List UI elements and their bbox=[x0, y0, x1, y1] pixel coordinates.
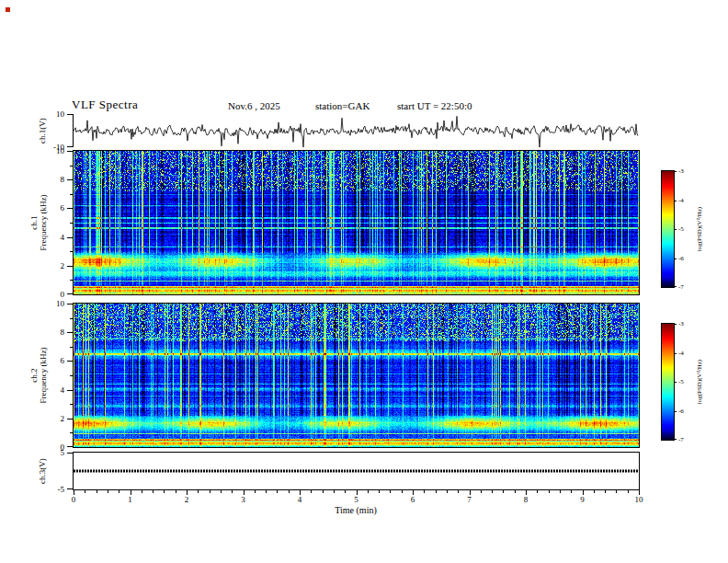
x-minor-tick bbox=[605, 490, 606, 493]
colorbar-tick bbox=[674, 439, 677, 440]
x-minor-tick bbox=[594, 490, 595, 493]
x-minor-tick bbox=[436, 490, 437, 493]
wave-tick bbox=[67, 146, 73, 147]
x-minor-tick bbox=[198, 490, 199, 493]
colorbar-tick-label: -5 bbox=[678, 378, 693, 385]
x-tick-label: 4 bbox=[290, 495, 309, 504]
ch1-channel-label: ch.1 bbox=[29, 194, 39, 250]
x-tick-label: 2 bbox=[177, 495, 196, 504]
ch2-frequency-axis-label: ch.2 Frequency (kHz) bbox=[29, 347, 48, 403]
x-minor-tick bbox=[85, 490, 85, 493]
colorbar-ch2-label: log(PSD)(V²/Hz) bbox=[695, 360, 704, 404]
freq-minor-tick bbox=[70, 280, 73, 281]
freq-tick-label: 4 bbox=[46, 233, 64, 242]
station-label: station=GAK bbox=[315, 100, 370, 111]
colorbar-tick bbox=[674, 259, 677, 259]
x-tick-label: 7 bbox=[461, 495, 479, 504]
colorbar-tick bbox=[674, 201, 677, 201]
ch1-spectrogram bbox=[73, 150, 640, 295]
x-minor-tick bbox=[424, 490, 425, 493]
x-minor-tick bbox=[323, 490, 324, 493]
colorbar-tick bbox=[674, 353, 677, 354]
colorbar-tick-label: -5 bbox=[678, 225, 693, 233]
colorbar-tick bbox=[674, 411, 677, 412]
colorbar-tick bbox=[674, 324, 677, 325]
x-tick-label: 1 bbox=[121, 495, 140, 504]
x-minor-tick bbox=[402, 490, 403, 493]
x-minor-tick bbox=[368, 490, 369, 493]
freq-minor-tick bbox=[70, 318, 73, 319]
x-minor-tick bbox=[108, 490, 108, 493]
ch1-frequency-axis-label: ch.1 Frequency (kHz) bbox=[29, 194, 48, 250]
freq-minor-tick bbox=[70, 223, 73, 224]
colorbar-ch1 bbox=[661, 170, 675, 288]
x-tick-label: 0 bbox=[64, 495, 83, 504]
x-minor-tick bbox=[628, 490, 629, 493]
x-minor-tick bbox=[390, 490, 391, 493]
ch2-channel-label: ch.2 bbox=[29, 347, 39, 403]
freq-tick bbox=[67, 237, 73, 238]
freq-minor-tick bbox=[70, 166, 73, 167]
x-tick-label: 8 bbox=[517, 495, 535, 504]
ch1-voltage-axis-label: ch.1(V) bbox=[38, 118, 47, 144]
x-minor-tick bbox=[153, 490, 154, 493]
ch1-waveform-axis-line bbox=[73, 114, 74, 147]
ch3-tick bbox=[67, 453, 73, 454]
x-tick-label: 6 bbox=[404, 495, 422, 504]
freq-tick-label: 2 bbox=[46, 261, 64, 270]
colorbar-tick bbox=[674, 171, 677, 172]
colorbar-tick-label: -6 bbox=[678, 255, 693, 262]
freq-tick bbox=[67, 179, 73, 180]
figure-title: VLF Spectra bbox=[72, 98, 138, 112]
x-minor-tick bbox=[515, 490, 516, 493]
freq-tick bbox=[67, 208, 73, 209]
x-minor-tick bbox=[458, 490, 459, 493]
ch3-tick-label: 5 bbox=[44, 448, 64, 457]
freq-tick-label: 8 bbox=[46, 327, 64, 337]
freq-minor-tick bbox=[70, 404, 73, 405]
freq-tick-label: 8 bbox=[46, 175, 64, 184]
freq-tick bbox=[67, 151, 73, 152]
colorbar-tick-label: -3 bbox=[678, 167, 693, 175]
freq-tick-label: 6 bbox=[46, 356, 64, 365]
freq-tick bbox=[67, 361, 73, 362]
x-minor-tick bbox=[221, 490, 222, 493]
colorbar-ch1-label: log(PSD)(V²/Hz) bbox=[695, 207, 704, 251]
ch3-tick bbox=[67, 488, 73, 489]
freq-tick-label: 4 bbox=[46, 385, 64, 395]
x-minor-tick bbox=[164, 490, 165, 493]
x-minor-tick bbox=[560, 490, 561, 493]
x-minor-tick bbox=[481, 490, 482, 493]
x-minor-tick bbox=[616, 490, 617, 493]
colorbar-tick bbox=[674, 229, 677, 230]
wave-tick-label: -10 bbox=[44, 143, 64, 152]
vlf-spectra-figure: VLF Spectra Nov.6 , 2025 station=GAK sta… bbox=[0, 0, 728, 563]
freq-tick bbox=[67, 390, 73, 391]
x-tick-label: 3 bbox=[234, 495, 253, 504]
corner-marker bbox=[6, 7, 10, 12]
x-minor-tick bbox=[447, 490, 448, 493]
x-minor-tick bbox=[379, 490, 380, 493]
ch3-voltage-axis-label: ch.3(V) bbox=[38, 458, 47, 484]
colorbar-ch2 bbox=[661, 323, 675, 441]
ch3-tick-label: -5 bbox=[44, 485, 64, 494]
freq-tick-label: 10 bbox=[46, 299, 64, 308]
x-minor-tick bbox=[97, 490, 97, 493]
x-minor-tick bbox=[311, 490, 312, 493]
freq-tick bbox=[67, 419, 73, 419]
colorbar-tick-label: -4 bbox=[678, 350, 693, 357]
x-minor-tick bbox=[210, 490, 210, 493]
freq-tick bbox=[67, 266, 73, 267]
x-minor-tick bbox=[232, 490, 233, 493]
freq-tick-label: 2 bbox=[46, 414, 64, 423]
x-minor-tick bbox=[176, 490, 176, 493]
x-minor-tick bbox=[142, 490, 142, 493]
freq-tick bbox=[67, 332, 73, 333]
x-minor-tick bbox=[334, 490, 335, 493]
ch2-spectrogram bbox=[73, 303, 640, 448]
x-tick-label: 10 bbox=[630, 495, 648, 504]
freq-minor-tick bbox=[70, 375, 73, 376]
x-tick-label: 5 bbox=[347, 495, 366, 504]
colorbar-tick-label: -7 bbox=[678, 436, 693, 443]
freq-minor-tick bbox=[70, 347, 73, 348]
